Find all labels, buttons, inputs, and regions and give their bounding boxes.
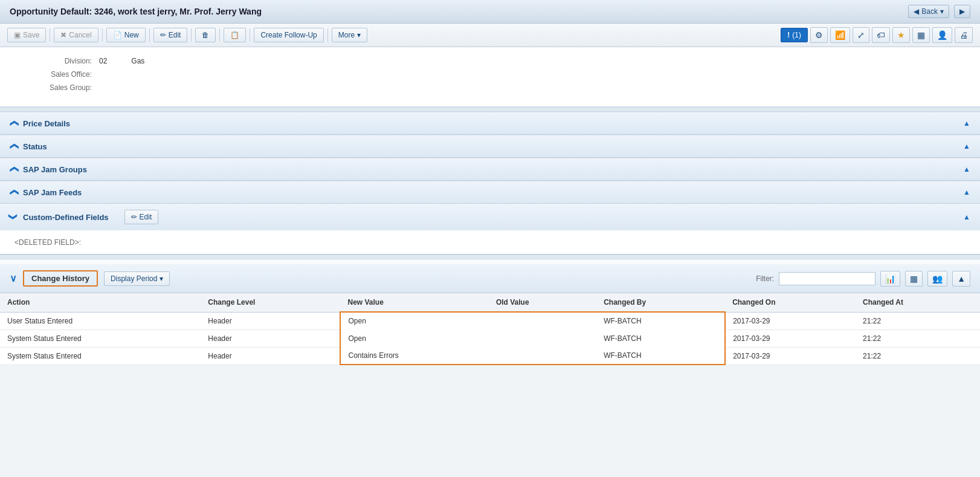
cell-changed_at-1: 21:22 [856, 329, 980, 347]
status-title: ❯ Status [10, 141, 47, 151]
status-label: Status [23, 142, 47, 151]
col-change-level: Change Level [201, 293, 340, 312]
cancel-button[interactable]: ✖ Cancel [54, 28, 98, 42]
filter-label: Filter: [756, 274, 774, 283]
edit-button[interactable]: ✏ Edit [153, 28, 188, 42]
custom-fields-edit-button[interactable]: ✏ Edit [124, 210, 159, 224]
cell-action-0: User Status Entered [0, 312, 201, 329]
cell-changed_on-1: 2017-03-29 [725, 329, 856, 347]
cell-old_value-2 [489, 347, 596, 365]
division-code: 02 [99, 57, 107, 65]
col-changed-on: Changed On [725, 293, 856, 312]
expand-button[interactable]: ⤢ [853, 27, 869, 43]
sap-jam-groups-header[interactable]: ❯ SAP Jam Groups ▲ [0, 158, 980, 180]
status-chevron-icon: ❯ [8, 143, 18, 150]
chart-button[interactable]: 📊 [880, 271, 900, 287]
cell-change_level-1: Header [201, 329, 340, 347]
cell-change_level-0: Header [201, 312, 340, 329]
settings-button[interactable]: ⚙ [810, 27, 828, 43]
change-history-title-area: ∨ Change History Display Period ▾ [10, 270, 170, 287]
page-title: Opportunity Default: 3246, work test jer… [10, 7, 262, 16]
alert-button[interactable]: ! (1) [781, 28, 808, 42]
main-content: Division: 02 Gas Sales Office: Sales Gro… [0, 47, 980, 365]
rss-button[interactable]: 📶 [830, 27, 850, 43]
separator7 [327, 28, 328, 42]
tag-button[interactable]: 🏷 [872, 27, 890, 43]
new-icon: 📄 [113, 31, 122, 39]
separator3 [149, 28, 150, 42]
custom-fields-content: <DELETED FIELD>: [0, 230, 980, 254]
separator6 [250, 28, 250, 42]
list-button[interactable]: ▦ [912, 27, 930, 43]
cell-new_value-1: Open [340, 329, 488, 347]
table-header-row: Action Change Level New Value Old Value … [0, 293, 980, 312]
delete-icon: 🗑 [202, 31, 209, 39]
sap-jam-feeds-up-icon: ▲ [963, 188, 970, 196]
title-bar: Opportunity Default: 3246, work test jer… [0, 0, 980, 24]
cell-action-2: System Status Entered [0, 347, 201, 365]
table-row: User Status EnteredHeaderOpenWF-BATCH201… [0, 312, 980, 329]
custom-fields-header[interactable]: ❯ Custom-Defined Fields ✏ Edit ▲ [0, 204, 980, 230]
display-period-button[interactable]: Display Period ▾ [104, 271, 170, 286]
sap-jam-groups-label: SAP Jam Groups [23, 165, 87, 174]
person-button[interactable]: 👤 [932, 27, 952, 43]
change-history-label: Change History [23, 270, 98, 287]
form-section: Division: 02 Gas Sales Office: Sales Gro… [0, 47, 980, 107]
table-row: System Status EnteredHeaderOpenWF-BATCH2… [0, 329, 980, 347]
deleted-field-text: <DELETED FIELD>: [15, 238, 81, 247]
sap-jam-feeds-header[interactable]: ❯ SAP Jam Feeds ▲ [0, 181, 980, 203]
star-button[interactable]: ★ [892, 27, 910, 43]
back-button[interactable]: ◀ Back ▾ [908, 5, 949, 18]
section-divider-2 [0, 255, 980, 259]
cell-changed_at-2: 21:22 [856, 347, 980, 365]
persons-icon: 👥 [932, 274, 943, 284]
status-header[interactable]: ❯ Status ▲ [0, 135, 980, 157]
price-details-header[interactable]: ❯ Price Details ▲ [0, 112, 980, 134]
sap-jam-feeds-chevron-icon: ❯ [8, 189, 18, 196]
save-button[interactable]: ▣ Save [7, 28, 46, 42]
section-divider-1 [0, 107, 980, 112]
cell-action-1: System Status Entered [0, 329, 201, 347]
change-history-chevron-icon[interactable]: ∨ [10, 273, 17, 284]
sap-jam-feeds-title: ❯ SAP Jam Feeds [10, 187, 82, 197]
cell-change_level-2: Header [201, 347, 340, 365]
history-up-button[interactable]: ▲ [952, 271, 970, 287]
save-icon: ▣ [14, 31, 21, 39]
cell-changed_by-0: WF-BATCH [596, 312, 725, 329]
create-follow-up-button[interactable]: Create Follow-Up [254, 28, 323, 42]
copy-button[interactable]: 📋 [224, 28, 246, 42]
print-button[interactable]: 🖨 [955, 27, 973, 43]
grid-button[interactable]: ▦ [905, 271, 923, 287]
cell-changed_by-2: WF-BATCH [596, 347, 725, 365]
sap-jam-groups-section: ❯ SAP Jam Groups ▲ [0, 158, 980, 181]
alert-icon: ! [787, 31, 790, 39]
forward-button[interactable]: ▶ [954, 5, 970, 18]
delete-button[interactable]: 🗑 [195, 28, 216, 42]
status-up-icon: ▲ [963, 142, 970, 151]
sap-jam-feeds-label: SAP Jam Feeds [23, 188, 82, 197]
custom-fields-up-icon: ▲ [963, 213, 970, 221]
custom-fields-section: ❯ Custom-Defined Fields ✏ Edit ▲ <DELETE… [0, 204, 980, 255]
sales-group-label: Sales Group: [15, 83, 99, 92]
price-details-section: ❯ Price Details ▲ [0, 112, 980, 135]
sales-office-label: Sales Office: [15, 70, 99, 79]
chart-icon: 📊 [885, 274, 895, 284]
back-arrow-icon: ◀ [914, 7, 919, 16]
cell-changed_on-2: 2017-03-29 [725, 347, 856, 365]
star-icon: ★ [897, 30, 905, 40]
down-arrow-icon: ▾ [940, 7, 944, 16]
separator [50, 28, 50, 42]
price-details-title: ❯ Price Details [10, 118, 70, 128]
sap-jam-groups-up-icon: ▲ [963, 165, 970, 174]
new-button[interactable]: 📄 New [106, 28, 146, 42]
filter-input[interactable] [779, 272, 875, 285]
separator4 [191, 28, 192, 42]
status-section: ❯ Status ▲ [0, 135, 980, 158]
edit-icon: ✏ [160, 31, 166, 39]
separator5 [219, 28, 220, 42]
more-button[interactable]: More ▾ [332, 28, 367, 42]
persons-button[interactable]: 👥 [927, 271, 947, 287]
price-details-chevron-icon: ❯ [8, 120, 18, 127]
more-chevron-icon: ▾ [357, 31, 361, 39]
price-details-up-icon: ▲ [963, 119, 970, 128]
